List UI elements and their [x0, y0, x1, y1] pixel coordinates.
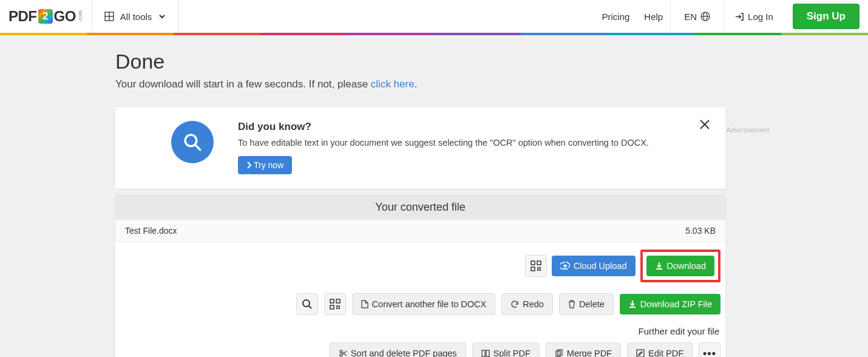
- redo-label: Redo: [523, 299, 544, 309]
- svg-rect-15: [539, 270, 541, 271]
- info-body: To have editable text in your document w…: [238, 138, 649, 148]
- logo[interactable]: PDF 2 GO .com: [0, 8, 92, 25]
- file-size: 5.03 KB: [685, 226, 716, 236]
- download-icon: [655, 262, 663, 270]
- converted-panel: Your converted file Test File.docx 5.03 …: [115, 195, 725, 357]
- svg-rect-12: [537, 261, 541, 265]
- svg-line-19: [309, 306, 311, 308]
- info-heading: Did you know?: [238, 121, 649, 133]
- download-icon: [628, 300, 637, 308]
- svg-line-8: [195, 144, 200, 150]
- svg-rect-11: [531, 261, 535, 265]
- dots-icon: •••: [703, 347, 716, 358]
- preview-button[interactable]: [296, 293, 318, 315]
- logo-mid: 2: [38, 9, 53, 24]
- info-search-icon: [171, 121, 214, 163]
- download-highlight: Download: [640, 250, 721, 282]
- cloud-upload-button[interactable]: Cloud Upload: [552, 256, 636, 276]
- download-button[interactable]: Download: [646, 256, 715, 276]
- page-subtext: Your download will start in a few second…: [115, 78, 725, 90]
- redo-icon: [510, 300, 519, 308]
- sort-delete-pages-button[interactable]: Sort and delete PDF pages: [330, 342, 466, 357]
- subtext-post: .: [415, 78, 418, 90]
- trash-icon: [568, 300, 575, 308]
- edit-pdf-button[interactable]: Edit PDF: [627, 342, 693, 357]
- convert-another-label: Convert another file to DOCX: [372, 299, 487, 309]
- chevron-right-icon: [246, 162, 251, 169]
- qr-icon-button[interactable]: [525, 255, 547, 277]
- qr-icon: [531, 260, 541, 271]
- split-pdf-button[interactable]: Split PDF: [472, 342, 540, 357]
- merge-icon: [555, 349, 563, 357]
- download-zip-button[interactable]: Download ZIP File: [620, 294, 721, 314]
- svg-rect-20: [330, 299, 334, 303]
- svg-rect-13: [531, 267, 535, 271]
- svg-rect-26: [338, 305, 340, 307]
- file-name: Test File.docx: [125, 226, 177, 236]
- edit-icon: [636, 349, 645, 357]
- logo-post: GO: [54, 8, 76, 25]
- svg-point-28: [340, 354, 342, 356]
- pricing-link[interactable]: Pricing: [595, 12, 637, 22]
- login-button[interactable]: Log In: [724, 12, 784, 22]
- header: PDF 2 GO .com All tools Pricing Help EN …: [0, 0, 868, 33]
- svg-rect-32: [486, 350, 489, 356]
- further-edit-label: Further edit your file: [115, 324, 725, 339]
- try-now-label: Try now: [254, 160, 283, 170]
- svg-rect-21: [336, 299, 340, 303]
- all-tools-menu[interactable]: All tools: [92, 12, 179, 22]
- help-link[interactable]: Help: [637, 12, 670, 22]
- converted-header: Your converted file: [115, 195, 725, 220]
- cloud-upload-label: Cloud Upload: [574, 261, 627, 271]
- info-panel: Did you know? To have editable text in y…: [115, 107, 725, 189]
- svg-rect-17: [539, 267, 541, 269]
- language-label: EN: [684, 12, 697, 22]
- svg-point-18: [303, 300, 310, 307]
- nav-right: Pricing Help EN Log In Sign Up: [595, 0, 869, 33]
- login-icon: [735, 12, 744, 21]
- globe-icon: [700, 12, 710, 21]
- sort-delete-pages-label: Sort and delete PDF pages: [351, 348, 457, 357]
- download-label: Download: [667, 261, 707, 271]
- click-here-link[interactable]: click here: [371, 78, 415, 90]
- close-icon[interactable]: [699, 118, 711, 131]
- logo-com: .com: [77, 10, 83, 22]
- signup-button[interactable]: Sign Up: [793, 4, 860, 29]
- chevron-down-icon: [158, 12, 166, 21]
- delete-button[interactable]: Delete: [559, 293, 614, 315]
- logo-pre: PDF: [8, 8, 37, 25]
- ad-label: Advertisement: [727, 126, 769, 134]
- cloud-upload-icon: [560, 262, 570, 270]
- language-select[interactable]: EN: [671, 12, 724, 22]
- delete-label: Delete: [579, 299, 605, 309]
- subtext-pre: Your download will start in a few second…: [115, 78, 371, 90]
- svg-point-27: [340, 350, 342, 353]
- try-now-button[interactable]: Try now: [238, 156, 292, 174]
- svg-rect-16: [537, 270, 539, 271]
- svg-rect-25: [336, 308, 338, 310]
- svg-rect-22: [330, 305, 334, 309]
- qr-icon-button-2[interactable]: [324, 293, 346, 315]
- content: Done Your download will start in a few s…: [115, 35, 725, 357]
- svg-rect-14: [537, 267, 539, 269]
- scissors-icon: [339, 349, 347, 357]
- qr-icon: [330, 299, 341, 310]
- edit-pdf-label: Edit PDF: [648, 348, 683, 357]
- login-label: Log In: [748, 12, 773, 22]
- redo-button[interactable]: Redo: [501, 293, 553, 315]
- page-title: Done: [115, 50, 725, 73]
- split-pdf-label: Split PDF: [493, 348, 531, 357]
- grid-icon: [104, 12, 114, 21]
- svg-rect-23: [336, 305, 338, 307]
- file-row: Test File.docx 5.03 KB: [115, 220, 725, 242]
- info-text: Did you know? To have editable text in y…: [238, 121, 649, 174]
- merge-pdf-label: Merge PDF: [567, 348, 612, 357]
- more-actions-button[interactable]: •••: [699, 342, 721, 357]
- svg-rect-31: [482, 350, 485, 356]
- svg-rect-24: [338, 308, 340, 310]
- action-row-edit: Sort and delete PDF pages Split PDF Merg…: [115, 339, 725, 357]
- convert-another-button[interactable]: Convert another file to DOCX: [352, 293, 496, 315]
- merge-pdf-button[interactable]: Merge PDF: [546, 342, 621, 357]
- split-icon: [481, 349, 490, 357]
- info-box: Did you know? To have editable text in y…: [115, 107, 725, 189]
